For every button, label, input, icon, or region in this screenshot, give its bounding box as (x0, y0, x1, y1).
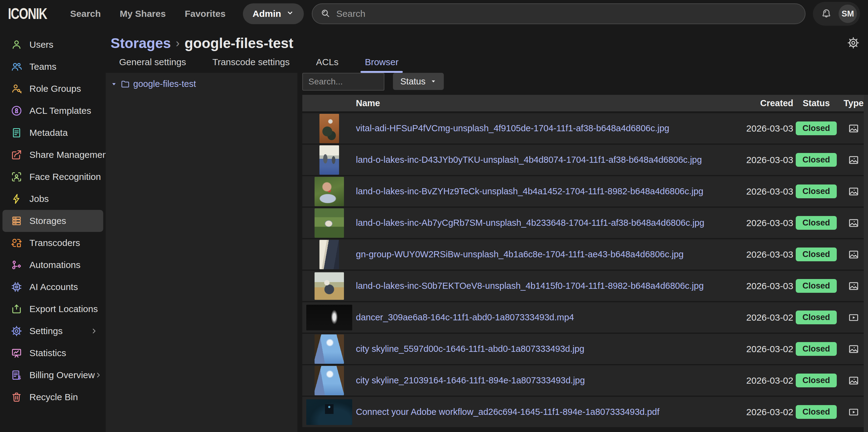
sidebar-item-recycle-bin[interactable]: Recycle Bin (2, 386, 103, 408)
name-cell: dancer_309ae6a8-164c-11f1-abd0-1a8073334… (356, 312, 729, 323)
metadata-document-icon (10, 127, 23, 139)
admin-menu-label: Admin (253, 8, 281, 19)
body-row: Users Teams Role Groups ACL Templates Me… (0, 28, 868, 432)
column-header-name[interactable]: Name (356, 98, 729, 108)
tab-acls[interactable]: ACLs (312, 55, 343, 73)
status-badge: Closed (796, 216, 837, 230)
iconik-logo[interactable]: ICONIK (8, 5, 47, 23)
status-badge: Closed (796, 373, 837, 387)
file-name-link[interactable]: vital-adi-HFSuP4fVCmg-unsplash_4f9105de-… (356, 123, 669, 133)
sidebar-item-label: Statistics (29, 348, 66, 358)
file-thumbnail (319, 114, 339, 143)
created-date: 2026-03-03 (729, 123, 793, 134)
server-icon (10, 215, 23, 227)
file-search-input[interactable] (302, 73, 384, 91)
sidebar-item-face-recognition[interactable]: Face Recognition (2, 166, 103, 188)
tree-item-label: google-files-test (133, 79, 196, 89)
file-thumbnail (319, 145, 339, 175)
topnav-item-favorites[interactable]: Favorites (185, 8, 225, 19)
file-name-link[interactable]: city skyline_5597d00c-1646-11f1-abd0-1a8… (356, 344, 584, 354)
sidebar-item-share-management[interactable]: Share Management (2, 144, 103, 166)
table-row[interactable]: city skyline_21039164-1646-11f1-894e-1a8… (302, 365, 868, 396)
tab-label: ACLs (316, 57, 338, 67)
created-date: 2026-03-03 (729, 218, 793, 228)
sidebar-item-storages[interactable]: Storages (2, 210, 103, 232)
sidebar-item-statistics[interactable]: Statistics (2, 342, 103, 364)
column-header-created[interactable]: Created (729, 98, 793, 108)
table-row[interactable]: land-o-lakes-inc-Ab7yCgRb7SM-unsplash_4b… (302, 208, 868, 238)
scrollbar[interactable] (864, 95, 868, 432)
storage-settings-gear-icon[interactable] (846, 36, 860, 49)
status-cell: Closed (793, 405, 839, 419)
sidebar-item-label: Export Locations (29, 304, 98, 314)
folder-icon (120, 79, 130, 89)
sidebar-item-role-groups[interactable]: Role Groups (2, 78, 103, 100)
thumbnail-cell (302, 145, 356, 175)
status-cell: Closed (793, 373, 839, 387)
sidebar-item-label: Recycle Bin (29, 392, 78, 402)
file-name-link[interactable]: land-o-lakes-inc-S0b7EKTOeV8-unsplash_4b… (356, 281, 704, 291)
sidebar-item-acl-templates[interactable]: ACL Templates (2, 100, 103, 122)
face-recognition-icon (10, 171, 23, 183)
tab-label: Transcode settings (212, 57, 289, 67)
tab-general-settings[interactable]: General settings (115, 55, 190, 73)
file-name-link[interactable]: Connect your Adobe workflow_ad26c694-164… (356, 407, 659, 417)
sidebar-item-automations[interactable]: Automations (2, 254, 103, 276)
admin-menu-button[interactable]: Admin (243, 3, 304, 24)
breadcrumb: Storages › google-files-test (111, 35, 868, 52)
notifications-bell-icon[interactable] (820, 8, 833, 20)
global-search[interactable] (312, 3, 806, 24)
global-search-input[interactable] (336, 8, 798, 19)
sidebar-item-teams[interactable]: Teams (2, 56, 103, 78)
status-badge: Closed (796, 310, 837, 324)
table-row[interactable]: Connect your Adobe workflow_ad26c694-164… (302, 397, 868, 427)
sidebar-item-transcoders[interactable]: Transcoders (2, 232, 103, 254)
app-root: ICONIK SearchMy SharesFavorites Admin SM… (0, 0, 868, 432)
export-icon (10, 303, 23, 315)
file-name-link[interactable]: land-o-lakes-inc-D43JYb0yTKU-unsplash_4b… (356, 155, 702, 165)
table-row[interactable]: dancer_309ae6a8-164c-11f1-abd0-1a8073334… (302, 302, 868, 333)
status-filter-button[interactable]: Status (393, 73, 444, 90)
table-row[interactable]: vital-adi-HFSuP4fVCmg-unsplash_4f9105de-… (302, 113, 868, 143)
tree-item-root-folder[interactable]: google-files-test (111, 79, 298, 89)
breadcrumb-storages-link[interactable]: Storages (111, 35, 171, 52)
sidebar-item-jobs[interactable]: Jobs (2, 188, 103, 210)
table-row[interactable]: gn-group-WUY0W2RSiBw-unsplash_4b1a6c8e-1… (302, 239, 868, 270)
main-content: Storages › google-files-test General set… (106, 28, 868, 432)
tab-bar: General settings Transcode settings ACLs… (106, 55, 868, 73)
file-name-link[interactable]: city skyline_21039164-1646-11f1-894e-1a8… (356, 375, 585, 385)
topnav-item-my-shares[interactable]: My Shares (120, 8, 166, 19)
sidebar-item-settings[interactable]: Settings (2, 320, 103, 342)
tab-browser[interactable]: Browser (361, 55, 403, 73)
sidebar-item-users[interactable]: Users (2, 34, 103, 56)
user-cluster: SM (813, 2, 860, 26)
column-header-status[interactable]: Status (793, 98, 839, 108)
file-name-link[interactable]: land-o-lakes-inc-Ab7yCgRb7SM-unsplash_4b… (356, 218, 705, 228)
tab-label: Browser (365, 57, 399, 67)
sidebar-item-metadata[interactable]: Metadata (2, 122, 103, 144)
billing-document-icon: $ (10, 369, 23, 381)
name-cell: land-o-lakes-inc-D43JYb0yTKU-unsplash_4b… (356, 155, 729, 165)
table-row[interactable]: land-o-lakes-inc-BvZYHz9TeCk-unsplash_4b… (302, 176, 868, 206)
file-thumbnail (315, 272, 344, 300)
table-row[interactable]: city skyline_5597d00c-1646-11f1-abd0-1a8… (302, 334, 868, 364)
file-name-link[interactable]: land-o-lakes-inc-BvZYHz9TeCk-unsplash_4b… (356, 186, 703, 196)
sidebar-item-export-locations[interactable]: Export Locations (2, 298, 103, 320)
chip-icon (10, 281, 23, 293)
sidebar: Users Teams Role Groups ACL Templates Me… (0, 28, 106, 432)
table-row[interactable]: land-o-lakes-inc-D43JYb0yTKU-unsplash_4b… (302, 145, 868, 175)
image-icon (848, 186, 860, 197)
name-cell: land-o-lakes-inc-BvZYHz9TeCk-unsplash_4b… (356, 186, 729, 196)
sidebar-item-label: Jobs (29, 194, 49, 204)
tab-transcode-settings[interactable]: Transcode settings (208, 55, 294, 73)
sidebar-item-ai-accounts[interactable]: AI Accounts (2, 276, 103, 298)
user-avatar[interactable]: SM (839, 5, 857, 23)
topnav-item-search[interactable]: Search (70, 8, 101, 19)
file-name-link[interactable]: dancer_309ae6a8-164c-11f1-abd0-1a8073334… (356, 312, 574, 322)
file-name-link[interactable]: gn-group-WUY0W2RSiBw-unsplash_4b1a6c8e-1… (356, 250, 684, 259)
role-groups-icon (10, 82, 23, 95)
status-cell: Closed (793, 122, 839, 135)
caret-down-icon[interactable] (111, 81, 117, 88)
sidebar-item-billing-overview[interactable]: $ Billing Overview (2, 364, 103, 386)
table-row[interactable]: land-o-lakes-inc-S0b7EKTOeV8-unsplash_4b… (302, 271, 868, 301)
